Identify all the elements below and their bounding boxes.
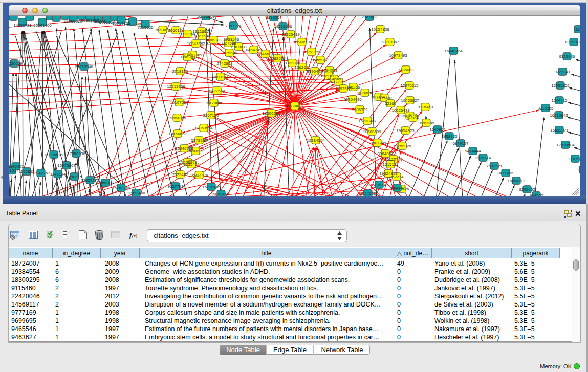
svg-text:7357224: 7357224: [225, 24, 242, 28]
svg-text:3215955: 3215955: [537, 106, 554, 111]
svg-text:19218506: 19218506: [274, 24, 292, 29]
svg-text:944502: 944502: [530, 193, 543, 196]
svg-text:7955812: 7955812: [312, 58, 329, 62]
svg-text:17010504: 17010504: [556, 143, 575, 147]
svg-text:18807249: 18807249: [368, 141, 386, 145]
svg-text:5878332: 5878332: [191, 138, 207, 143]
svg-text:16543382: 16543382: [187, 41, 205, 46]
svg-text:2620659: 2620659: [9, 61, 23, 66]
svg-text:12213369: 12213369: [167, 84, 185, 89]
svg-text:9115460: 9115460: [418, 105, 433, 110]
svg-text:12103: 12103: [578, 168, 580, 172]
svg-text:15716485: 15716485: [202, 185, 221, 189]
svg-text:13751074: 13751074: [564, 40, 580, 45]
svg-text:7632621: 7632621: [486, 164, 503, 168]
svg-text:92864: 92864: [407, 116, 419, 120]
svg-text:1290515: 1290515: [66, 174, 82, 179]
svg-text:7625402: 7625402: [172, 172, 188, 177]
svg-text:116753: 116753: [569, 157, 580, 161]
svg-text:2935114: 2935114: [475, 156, 491, 160]
svg-text:18300295: 18300295: [262, 111, 280, 116]
svg-text:12093852: 12093852: [551, 83, 570, 88]
svg-text:9498222: 9498222: [187, 149, 204, 154]
svg-text:7485063: 7485063: [398, 68, 414, 72]
svg-text:19384554: 19384554: [307, 138, 325, 143]
svg-text:10107554: 10107554: [170, 100, 188, 105]
svg-text:7515526: 7515526: [137, 25, 154, 30]
svg-text:8186323: 8186323: [205, 38, 222, 42]
svg-text:12942757: 12942757: [32, 171, 50, 176]
svg-text:9227341: 9227341: [554, 70, 571, 74]
svg-text:19654923: 19654923: [396, 128, 415, 133]
svg-text:8675685: 8675685: [221, 51, 237, 55]
svg-text:9329946: 9329946: [559, 54, 575, 59]
svg-text:21065320: 21065320: [64, 19, 82, 24]
svg-text:17359936: 17359936: [67, 151, 85, 156]
svg-text:9777169: 9777169: [331, 80, 347, 84]
svg-text:16640910: 16640910: [293, 40, 311, 45]
svg-text:12923468: 12923468: [127, 191, 145, 195]
svg-text:16961758: 16961758: [302, 50, 321, 54]
svg-text:9524502: 9524502: [360, 191, 376, 196]
svg-text:9657791: 9657791: [167, 184, 184, 189]
svg-text:14055721: 14055721: [13, 23, 32, 28]
svg-text:9245652: 9245652: [519, 187, 535, 192]
svg-text:6794028: 6794028: [321, 68, 338, 73]
svg-text:16210643: 16210643: [550, 113, 568, 118]
svg-text:1640954: 1640954: [429, 127, 446, 132]
svg-text:10688609: 10688609: [363, 129, 381, 134]
svg-text:16033809: 16033809: [197, 16, 215, 19]
svg-text:10154808: 10154808: [371, 27, 389, 32]
svg-text:252214: 252214: [390, 174, 404, 179]
svg-text:9092450: 9092450: [213, 192, 229, 196]
svg-text:746266: 746266: [346, 85, 360, 90]
svg-text:1064542: 1064542: [389, 186, 405, 190]
svg-text:8813054: 8813054: [266, 16, 282, 20]
svg-text:(x): (x): [132, 233, 137, 238]
svg-text:111: 111: [575, 27, 580, 32]
svg-text:1037487: 1037487: [376, 96, 393, 100]
svg-text:16648764: 16648764: [444, 49, 463, 53]
svg-text:8990448: 8990448: [307, 69, 323, 74]
svg-text:10756928: 10756928: [393, 144, 411, 148]
svg-text:8471676: 8471676: [497, 171, 514, 176]
svg-text:20691406: 20691406: [33, 23, 52, 28]
svg-text:19166852: 19166852: [168, 132, 187, 136]
svg-text:3267130: 3267130: [203, 113, 219, 118]
svg-text:12353594: 12353594: [194, 126, 213, 130]
svg-text:2588520: 2588520: [269, 56, 286, 61]
svg-text:9146821: 9146821: [257, 52, 274, 56]
svg-text:16782759: 16782759: [112, 186, 130, 190]
svg-text:10654112: 10654112: [508, 179, 526, 183]
svg-text:20364436: 20364436: [343, 97, 362, 102]
svg-text:6879197: 6879197: [452, 141, 469, 146]
svg-text:10975867: 10975867: [57, 163, 76, 168]
svg-text:18724007: 18724007: [286, 104, 304, 108]
svg-text:16914479: 16914479: [190, 173, 208, 178]
svg-text:19463627: 19463627: [401, 98, 419, 103]
svg-text:12975115: 12975115: [401, 83, 419, 88]
svg-text:2087682: 2087682: [361, 16, 378, 19]
svg-text:9135424: 9135424: [183, 162, 200, 167]
svg-text:2718170: 2718170: [172, 69, 188, 74]
svg-text:2967608: 2967608: [230, 45, 247, 49]
svg-text:15136141: 15136141: [370, 183, 388, 187]
svg-text:391514: 391514: [9, 168, 19, 173]
svg-text:10025438: 10025438: [391, 108, 410, 113]
svg-text:9699695: 9699695: [418, 121, 434, 125]
svg-text:10973493: 10973493: [389, 53, 407, 58]
svg-text:13226058: 13226058: [192, 29, 211, 34]
svg-text:7986322: 7986322: [352, 107, 368, 112]
svg-text:20206576: 20206576: [45, 152, 63, 157]
svg-text:15692971: 15692971: [550, 128, 569, 133]
svg-text:13325419: 13325419: [281, 32, 300, 37]
svg-text:1244415: 1244415: [551, 98, 568, 103]
svg-text:26053346: 26053346: [75, 64, 93, 69]
svg-text:2742848: 2742848: [216, 61, 233, 66]
svg-text:12213967: 12213967: [381, 40, 399, 45]
svg-text:15720407: 15720407: [358, 119, 377, 123]
svg-text:19654985: 19654985: [168, 116, 186, 120]
svg-text:2603144: 2603144: [212, 75, 229, 79]
svg-text:9896399: 9896399: [179, 55, 195, 59]
svg-text:9084067: 9084067: [377, 151, 394, 156]
